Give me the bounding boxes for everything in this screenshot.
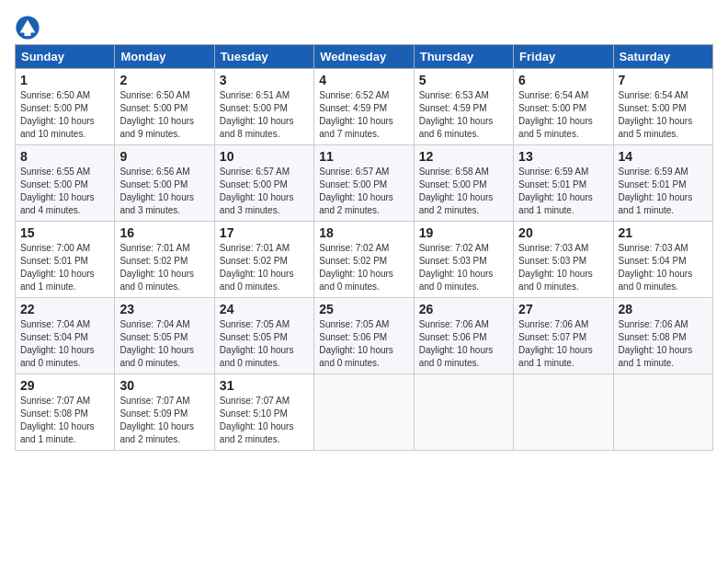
calendar-cell: 27Sunrise: 7:06 AM Sunset: 5:07 PM Dayli… bbox=[514, 298, 613, 374]
day-info: Sunrise: 6:52 AM Sunset: 4:59 PM Dayligh… bbox=[319, 89, 408, 141]
day-info: Sunrise: 7:01 AM Sunset: 5:02 PM Dayligh… bbox=[119, 242, 209, 293]
calendar-week-1: 1Sunrise: 6:50 AM Sunset: 5:00 PM Daylig… bbox=[16, 69, 713, 145]
day-number: 3 bbox=[220, 73, 309, 87]
day-info: Sunrise: 7:05 AM Sunset: 5:06 PM Dayligh… bbox=[319, 318, 408, 370]
day-info: Sunrise: 7:00 AM Sunset: 5:01 PM Dayligh… bbox=[20, 242, 109, 293]
day-number: 5 bbox=[419, 73, 508, 87]
day-number: 28 bbox=[619, 302, 708, 316]
calendar-week-5: 29Sunrise: 7:07 AM Sunset: 5:08 PM Dayli… bbox=[16, 374, 713, 451]
day-number: 4 bbox=[319, 73, 408, 87]
day-info: Sunrise: 7:05 AM Sunset: 5:05 PM Dayligh… bbox=[220, 318, 309, 370]
calendar-cell: 3Sunrise: 6:51 AM Sunset: 5:00 PM Daylig… bbox=[214, 69, 313, 145]
calendar-cell: 1Sunrise: 6:50 AM Sunset: 5:00 PM Daylig… bbox=[16, 69, 115, 145]
day-info: Sunrise: 7:06 AM Sunset: 5:08 PM Dayligh… bbox=[619, 318, 708, 370]
calendar-cell bbox=[414, 374, 513, 451]
calendar-week-4: 22Sunrise: 7:04 AM Sunset: 5:04 PM Dayli… bbox=[16, 298, 713, 374]
day-info: Sunrise: 6:57 AM Sunset: 5:00 PM Dayligh… bbox=[220, 166, 309, 217]
day-number: 23 bbox=[119, 302, 209, 316]
weekday-header-tuesday: Tuesday bbox=[214, 45, 313, 69]
calendar-cell: 31Sunrise: 7:07 AM Sunset: 5:10 PM Dayli… bbox=[214, 374, 313, 451]
day-number: 9 bbox=[119, 149, 209, 164]
day-number: 2 bbox=[119, 73, 209, 87]
calendar-cell: 21Sunrise: 7:03 AM Sunset: 5:04 PM Dayli… bbox=[613, 222, 712, 298]
day-info: Sunrise: 7:06 AM Sunset: 5:07 PM Dayligh… bbox=[518, 318, 608, 370]
calendar-cell: 19Sunrise: 7:02 AM Sunset: 5:03 PM Dayli… bbox=[414, 222, 513, 298]
day-number: 24 bbox=[220, 302, 309, 316]
calendar-week-3: 15Sunrise: 7:00 AM Sunset: 5:01 PM Dayli… bbox=[16, 222, 713, 298]
day-number: 31 bbox=[220, 378, 309, 393]
calendar-cell: 15Sunrise: 7:00 AM Sunset: 5:01 PM Dayli… bbox=[16, 222, 115, 298]
day-number: 11 bbox=[319, 149, 408, 164]
day-info: Sunrise: 6:59 AM Sunset: 5:01 PM Dayligh… bbox=[619, 166, 708, 217]
day-number: 16 bbox=[119, 225, 209, 240]
day-number: 21 bbox=[619, 225, 708, 240]
day-number: 14 bbox=[619, 149, 708, 164]
day-info: Sunrise: 7:06 AM Sunset: 5:06 PM Dayligh… bbox=[419, 318, 508, 370]
calendar-cell: 14Sunrise: 6:59 AM Sunset: 5:01 PM Dayli… bbox=[613, 145, 712, 222]
weekday-header-row: SundayMondayTuesdayWednesdayThursdayFrid… bbox=[16, 45, 713, 69]
calendar-cell: 30Sunrise: 7:07 AM Sunset: 5:09 PM Dayli… bbox=[115, 374, 214, 451]
day-number: 15 bbox=[20, 225, 109, 240]
day-number: 18 bbox=[319, 225, 408, 240]
day-info: Sunrise: 7:07 AM Sunset: 5:10 PM Dayligh… bbox=[220, 395, 309, 446]
day-info: Sunrise: 6:51 AM Sunset: 5:00 PM Dayligh… bbox=[220, 89, 309, 141]
calendar-cell: 12Sunrise: 6:58 AM Sunset: 5:00 PM Dayli… bbox=[414, 145, 513, 222]
weekday-header-sunday: Sunday bbox=[16, 45, 115, 69]
day-info: Sunrise: 7:02 AM Sunset: 5:03 PM Dayligh… bbox=[419, 242, 508, 293]
calendar-cell: 22Sunrise: 7:04 AM Sunset: 5:04 PM Dayli… bbox=[16, 298, 115, 374]
day-info: Sunrise: 6:55 AM Sunset: 5:00 PM Dayligh… bbox=[20, 166, 109, 217]
weekday-header-friday: Friday bbox=[514, 45, 613, 69]
calendar-cell: 10Sunrise: 6:57 AM Sunset: 5:00 PM Dayli… bbox=[214, 145, 313, 222]
day-info: Sunrise: 6:58 AM Sunset: 5:00 PM Dayligh… bbox=[419, 166, 508, 217]
calendar-cell: 20Sunrise: 7:03 AM Sunset: 5:03 PM Dayli… bbox=[514, 222, 613, 298]
day-info: Sunrise: 7:03 AM Sunset: 5:03 PM Dayligh… bbox=[518, 242, 608, 293]
day-info: Sunrise: 6:54 AM Sunset: 5:00 PM Dayligh… bbox=[518, 89, 608, 141]
day-number: 30 bbox=[119, 378, 209, 393]
day-info: Sunrise: 6:54 AM Sunset: 5:00 PM Dayligh… bbox=[619, 89, 708, 141]
calendar-cell: 18Sunrise: 7:02 AM Sunset: 5:02 PM Dayli… bbox=[314, 222, 414, 298]
day-info: Sunrise: 7:03 AM Sunset: 5:04 PM Dayligh… bbox=[619, 242, 708, 293]
calendar-cell: 7Sunrise: 6:54 AM Sunset: 5:00 PM Daylig… bbox=[613, 69, 712, 145]
calendar-cell: 6Sunrise: 6:54 AM Sunset: 5:00 PM Daylig… bbox=[514, 69, 613, 145]
day-info: Sunrise: 6:59 AM Sunset: 5:01 PM Dayligh… bbox=[518, 166, 608, 217]
day-number: 1 bbox=[20, 73, 109, 87]
calendar-cell: 23Sunrise: 7:04 AM Sunset: 5:05 PM Dayli… bbox=[115, 298, 214, 374]
day-number: 22 bbox=[20, 302, 109, 316]
calendar-cell: 25Sunrise: 7:05 AM Sunset: 5:06 PM Dayli… bbox=[314, 298, 414, 374]
calendar-cell: 26Sunrise: 7:06 AM Sunset: 5:06 PM Dayli… bbox=[414, 298, 513, 374]
day-info: Sunrise: 7:02 AM Sunset: 5:02 PM Dayligh… bbox=[319, 242, 408, 293]
day-number: 20 bbox=[518, 225, 608, 240]
calendar-cell bbox=[514, 374, 613, 451]
logo-icon bbox=[15, 15, 40, 40]
calendar-cell: 2Sunrise: 6:50 AM Sunset: 5:00 PM Daylig… bbox=[115, 69, 214, 145]
day-number: 13 bbox=[518, 149, 608, 164]
day-number: 25 bbox=[319, 302, 408, 316]
calendar-cell: 11Sunrise: 6:57 AM Sunset: 5:00 PM Dayli… bbox=[314, 145, 414, 222]
calendar-cell: 28Sunrise: 7:06 AM Sunset: 5:08 PM Dayli… bbox=[613, 298, 712, 374]
day-info: Sunrise: 7:07 AM Sunset: 5:08 PM Dayligh… bbox=[20, 395, 109, 446]
day-number: 17 bbox=[220, 225, 309, 240]
calendar-cell: 24Sunrise: 7:05 AM Sunset: 5:05 PM Dayli… bbox=[214, 298, 313, 374]
day-number: 29 bbox=[20, 378, 109, 393]
logo bbox=[15, 15, 44, 40]
day-info: Sunrise: 7:07 AM Sunset: 5:09 PM Dayligh… bbox=[119, 395, 209, 446]
day-number: 10 bbox=[220, 149, 309, 164]
day-info: Sunrise: 6:50 AM Sunset: 5:00 PM Dayligh… bbox=[20, 89, 109, 141]
calendar-week-2: 8Sunrise: 6:55 AM Sunset: 5:00 PM Daylig… bbox=[16, 145, 713, 222]
day-number: 19 bbox=[419, 225, 508, 240]
day-number: 6 bbox=[518, 73, 608, 87]
weekday-header-monday: Monday bbox=[115, 45, 214, 69]
day-info: Sunrise: 6:56 AM Sunset: 5:00 PM Dayligh… bbox=[119, 166, 209, 217]
calendar-table: SundayMondayTuesdayWednesdayThursdayFrid… bbox=[15, 44, 713, 451]
svg-rect-2 bbox=[25, 31, 31, 37]
calendar-body: 1Sunrise: 6:50 AM Sunset: 5:00 PM Daylig… bbox=[16, 69, 713, 451]
day-number: 12 bbox=[419, 149, 508, 164]
calendar-cell: 5Sunrise: 6:53 AM Sunset: 4:59 PM Daylig… bbox=[414, 69, 513, 145]
day-number: 26 bbox=[419, 302, 508, 316]
calendar-cell: 4Sunrise: 6:52 AM Sunset: 4:59 PM Daylig… bbox=[314, 69, 414, 145]
weekday-header-wednesday: Wednesday bbox=[314, 45, 414, 69]
calendar-cell: 17Sunrise: 7:01 AM Sunset: 5:02 PM Dayli… bbox=[214, 222, 313, 298]
weekday-header-saturday: Saturday bbox=[613, 45, 712, 69]
day-number: 7 bbox=[619, 73, 708, 87]
calendar-cell: 29Sunrise: 7:07 AM Sunset: 5:08 PM Dayli… bbox=[16, 374, 115, 451]
